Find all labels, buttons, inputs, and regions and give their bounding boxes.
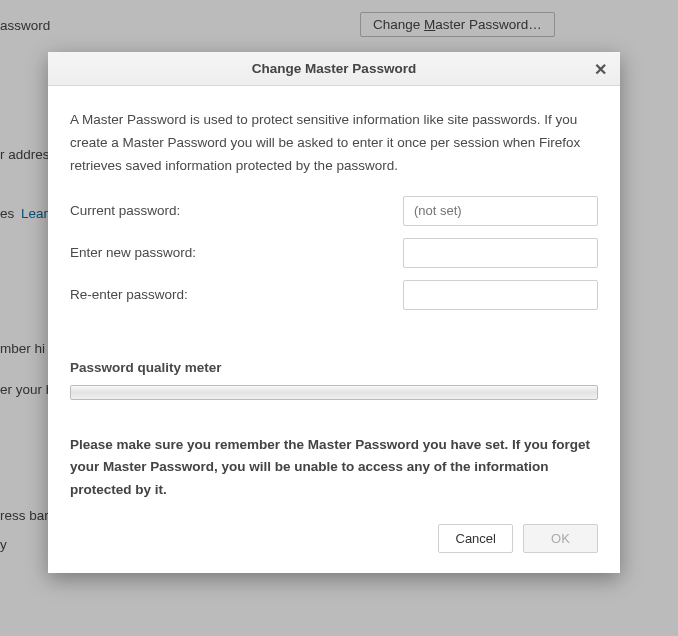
current-password-label: Current password: (70, 203, 403, 218)
ok-button: OK (523, 524, 598, 553)
close-button[interactable]: ✕ (590, 59, 610, 79)
current-password-input[interactable] (403, 196, 598, 226)
close-icon: ✕ (594, 60, 607, 79)
dialog-title: Change Master Password (252, 61, 416, 76)
password-quality-meter (70, 385, 598, 400)
reenter-password-input[interactable] (403, 280, 598, 310)
reenter-password-label: Re-enter password: (70, 287, 403, 302)
change-master-password-dialog: Change Master Password ✕ A Master Passwo… (48, 52, 620, 573)
new-password-label: Enter new password: (70, 245, 403, 260)
warning-text: Please make sure you remember the Master… (70, 434, 598, 502)
new-password-input[interactable] (403, 238, 598, 268)
cancel-button[interactable]: Cancel (438, 524, 513, 553)
current-password-row: Current password: (70, 196, 598, 226)
reenter-password-row: Re-enter password: (70, 280, 598, 310)
dialog-footer: Cancel OK (70, 524, 598, 557)
dialog-header: Change Master Password ✕ (48, 52, 620, 86)
new-password-row: Enter new password: (70, 238, 598, 268)
quality-meter-label: Password quality meter (70, 360, 598, 375)
dialog-body: A Master Password is used to protect sen… (48, 86, 620, 573)
intro-text: A Master Password is used to protect sen… (70, 108, 598, 178)
